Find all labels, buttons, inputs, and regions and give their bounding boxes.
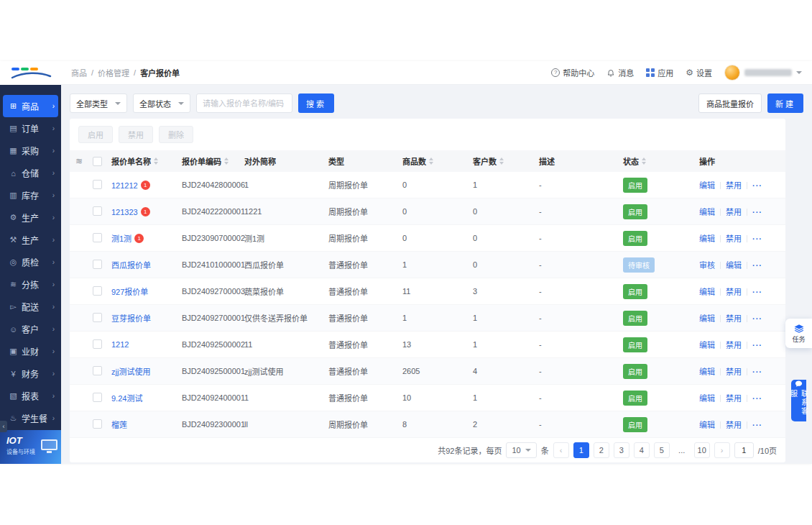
more-actions-button[interactable]: ··· xyxy=(752,234,762,243)
next-page-button[interactable]: › xyxy=(714,442,730,458)
app-logo[interactable] xyxy=(0,61,61,85)
row-checkbox[interactable] xyxy=(93,206,102,216)
row-action-2[interactable]: 禁用 xyxy=(726,181,742,190)
prev-page-button[interactable]: ‹ xyxy=(553,442,569,458)
bulk-enable-button[interactable]: 启用 xyxy=(78,126,113,143)
row-action-2[interactable]: 禁用 xyxy=(726,208,742,216)
row-action-1[interactable]: 审核 xyxy=(699,261,715,270)
column-code[interactable]: 报价单编码 xyxy=(182,155,244,167)
sidebar-item-goods[interactable]: ⊞ 商品 › xyxy=(3,95,58,117)
sort-icon[interactable] xyxy=(429,158,433,165)
task-float-button[interactable]: 任务 xyxy=(785,319,812,348)
row-action-2[interactable]: 禁用 xyxy=(726,368,742,376)
more-actions-button[interactable]: ··· xyxy=(752,421,762,429)
sidebar-item-quality[interactable]: ◎ 质检 › xyxy=(3,251,58,273)
page-button-1[interactable]: 1 xyxy=(573,442,589,458)
more-actions-button[interactable]: ··· xyxy=(752,288,762,296)
row-action-2[interactable]: 禁用 xyxy=(726,288,742,296)
bulk-delete-button[interactable]: 删除 xyxy=(159,126,193,143)
sidebar-item-warehouse[interactable]: ⌂ 仓储 › xyxy=(3,162,58,184)
batch-quote-button[interactable]: 商品批量报价 xyxy=(698,93,762,113)
page-size-select[interactable]: 10 xyxy=(506,442,536,458)
expand-rows-icon[interactable]: ≋ xyxy=(75,156,83,166)
sidebar-item-reports[interactable]: ▧ 报表 › xyxy=(3,385,58,407)
more-actions-button[interactable]: ··· xyxy=(752,368,762,376)
row-action-1[interactable]: 编辑 xyxy=(699,208,715,216)
customer-service-button[interactable]: 联系客服 xyxy=(791,380,806,421)
page-button-4[interactable]: 4 xyxy=(634,442,650,458)
page-jump-input[interactable] xyxy=(734,442,754,458)
sort-icon[interactable] xyxy=(224,158,229,165)
more-actions-button[interactable]: ··· xyxy=(752,394,762,403)
quote-name-link[interactable]: 西瓜报价单 xyxy=(111,261,151,270)
bulk-disable-button[interactable]: 禁用 xyxy=(119,126,153,143)
sidebar-item-orders[interactable]: ▤ 订单 › xyxy=(3,117,58,140)
quote-name-link[interactable]: 927报价单 xyxy=(111,288,148,296)
column-goods-count[interactable]: 商品数 xyxy=(402,155,473,167)
search-button[interactable]: 搜索 xyxy=(298,93,334,113)
row-checkbox[interactable] xyxy=(93,260,102,269)
sidebar-item-inventory[interactable]: ▥ 库存 › xyxy=(3,184,58,206)
quote-name-link[interactable]: 121323 xyxy=(111,208,138,216)
more-actions-button[interactable]: ··· xyxy=(752,314,762,323)
more-actions-button[interactable]: ··· xyxy=(752,261,762,270)
sort-icon[interactable] xyxy=(642,158,646,165)
page-button-5[interactable]: 5 xyxy=(654,442,670,458)
page-button-10[interactable]: 10 xyxy=(694,442,710,458)
more-actions-button[interactable]: ··· xyxy=(752,341,762,350)
new-button[interactable]: 新建 xyxy=(767,93,803,113)
quote-name-link[interactable]: 豆芽报价单 xyxy=(111,314,151,323)
row-checkbox[interactable] xyxy=(93,393,102,402)
row-action-1[interactable]: 编辑 xyxy=(699,314,715,323)
sidebar-collapse-button[interactable]: ‹ xyxy=(0,421,7,432)
sidebar-item-business-finance[interactable]: ▣ 业财 › xyxy=(3,340,58,362)
row-action-2[interactable]: 禁用 xyxy=(726,394,742,403)
row-action-1[interactable]: 编辑 xyxy=(699,368,715,376)
sidebar-item-student-meals[interactable]: ♨ 学生餐 › xyxy=(3,407,58,429)
apps-button[interactable]: 应用 xyxy=(646,67,673,78)
more-actions-button[interactable]: ··· xyxy=(752,208,762,216)
row-action-2[interactable]: 编辑 xyxy=(726,261,742,270)
quote-name-link[interactable]: 1212 xyxy=(111,340,129,349)
sidebar-item-customers[interactable]: ☺ 客户 › xyxy=(3,318,58,340)
row-action-1[interactable]: 编辑 xyxy=(699,288,715,296)
row-checkbox[interactable] xyxy=(93,419,102,429)
sort-icon[interactable] xyxy=(154,158,158,165)
row-checkbox[interactable] xyxy=(93,366,102,375)
row-action-1[interactable]: 编辑 xyxy=(699,421,715,429)
quote-name-link[interactable]: 测1测 xyxy=(111,234,132,243)
user-menu[interactable] xyxy=(724,65,802,81)
type-filter-select[interactable]: 全部类型 xyxy=(70,93,127,113)
row-action-2[interactable]: 禁用 xyxy=(726,314,742,323)
column-name[interactable]: 报价单名称 xyxy=(111,155,182,167)
row-action-2[interactable]: 禁用 xyxy=(726,341,742,350)
breadcrumb-item[interactable]: 价格管理 xyxy=(98,67,129,78)
messages-button[interactable]: 消息 xyxy=(606,67,634,78)
sidebar-item-purchase[interactable]: ▦ 采购 › xyxy=(3,140,58,162)
page-button-3[interactable]: 3 xyxy=(614,442,629,458)
breadcrumb-item[interactable]: 商品 xyxy=(71,67,87,78)
row-action-1[interactable]: 编辑 xyxy=(699,341,715,350)
more-actions-button[interactable]: ··· xyxy=(752,181,762,190)
row-checkbox[interactable] xyxy=(93,339,102,349)
select-all-checkbox[interactable] xyxy=(93,157,102,166)
row-action-1[interactable]: 编辑 xyxy=(699,181,715,190)
quote-name-link[interactable]: 121212 xyxy=(111,181,138,190)
row-action-2[interactable]: 禁用 xyxy=(726,421,742,429)
sidebar-item-finance[interactable]: ¥ 财务 › xyxy=(3,362,58,385)
quote-name-link[interactable]: 榴莲 xyxy=(111,421,127,429)
iot-banner[interactable]: IOT 设备与环境 xyxy=(0,430,61,464)
status-filter-select[interactable]: 全部状态 xyxy=(133,93,190,113)
sidebar-item-sorting[interactable]: ≋ 分拣 › xyxy=(3,273,58,296)
quote-name-link[interactable]: zjj测试使用 xyxy=(111,368,150,376)
row-action-1[interactable]: 编辑 xyxy=(699,234,715,243)
quote-name-link[interactable]: 9.24测试 xyxy=(111,394,142,403)
row-checkbox[interactable] xyxy=(93,286,102,296)
sort-icon[interactable] xyxy=(499,158,504,165)
search-input[interactable] xyxy=(196,93,292,113)
sidebar-item-delivery[interactable]: ▻ 配送 › xyxy=(3,296,58,318)
help-center-button[interactable]: ? 帮助中心 xyxy=(551,67,594,78)
sidebar-item-production[interactable]: ⚙ 生产 › xyxy=(3,206,58,229)
row-action-1[interactable]: 编辑 xyxy=(699,394,715,403)
column-status[interactable]: 状态 xyxy=(623,155,699,167)
